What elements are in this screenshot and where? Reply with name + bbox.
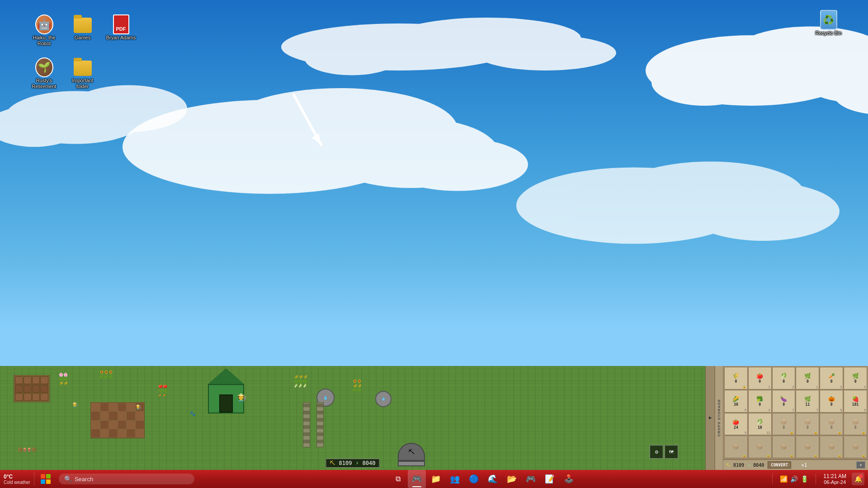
storage-coin-display: ⛏ 8109: [726, 463, 744, 468]
crop-cell-14[interactable]: 🥬 10 12: [748, 413, 772, 436]
tray-icon-volume[interactable]: 🔊: [790, 475, 798, 483]
crops-storage-label: CROPS STORAGE: [715, 366, 723, 470]
tray-icon-network[interactable]: 📶: [780, 475, 788, 483]
crop-cell-16[interactable]: 📦 0 🔒: [796, 413, 819, 436]
game-scene[interactable]: 🌸🌸🌿🌿🌾🌾 🌻🌻🌻🌿🌿🌿 🍅🍅🌿🌿🥕🥕 🧑‍🌾: [0, 366, 705, 470]
crop-cell-1[interactable]: 🌾 0 🔒: [724, 367, 748, 389]
svg-rect-23: [46, 474, 51, 479]
npc-2: 👩‍🌾: [136, 404, 141, 409]
crop-cell-22[interactable]: 📦 🔒: [796, 436, 819, 458]
taskbar-edge[interactable]: 🌊: [484, 470, 502, 488]
game-resource-bar: ⛏ 8109 ⚡ 8040: [326, 459, 379, 468]
taskbar-center-icons: ⧉ 🎮 📁 👥 🔵 🌊 📂 🎮: [389, 470, 578, 488]
games-icon-label: Games: [75, 35, 90, 41]
crop-cell-6[interactable]: 🌿 0 3: [844, 367, 867, 389]
crop-decoration-5: 🌻🌻🌾🌾🌿🌿: [353, 380, 362, 393]
taskbar-explorer[interactable]: 📁: [427, 470, 445, 488]
taskbar-search[interactable]: 🔍 Search: [59, 474, 194, 484]
player-character: 🧑‍🌾: [237, 393, 246, 402]
taskbar-steam[interactable]: 🎮: [522, 470, 540, 488]
farm-plot-1: [14, 375, 50, 402]
weather-description: Cold weather: [4, 480, 30, 485]
recycle-bin-label: Recycle Bin: [815, 30, 841, 36]
windows-logo-icon: [40, 473, 52, 485]
crop-cell-20[interactable]: 📦 🔒: [748, 436, 772, 458]
crop-cell-24[interactable]: 📦 🔒: [844, 436, 867, 458]
crop-decoration-2: 🌻🌻🌻🌿🌿🌿: [99, 371, 113, 379]
mine-entrance: ⛏: [398, 443, 425, 465]
ladder-2: [316, 402, 324, 447]
desktop: 🤖 Haiku, the Robot Games PDF Bryan Adams…: [0, 0, 868, 470]
crop-cell-13[interactable]: 🍅 24 9: [724, 413, 748, 436]
left-border-deco: 🚫🪵🪵🚫: [18, 448, 36, 452]
game-canvas: 🌸🌸🌿🌿🌾🌾 🌻🌻🌻🌿🌿🌿 🍅🍅🌿🌿🥕🥕 🧑‍🌾: [0, 366, 868, 470]
storage-coins: 8109: [733, 463, 744, 468]
storage-energy-display: ⚡ 8040: [748, 463, 764, 468]
crop-cell-12[interactable]: 🍓 101 9: [844, 390, 867, 413]
desktop-icon-games[interactable]: Games: [66, 14, 99, 54]
taskbar-task-view[interactable]: ⧉: [389, 470, 407, 488]
crop-cell-21[interactable]: 📦 🔒: [772, 436, 796, 458]
crop-cell-8[interactable]: 🥦 0 4: [748, 390, 772, 413]
desktop-icon-bryan-adams[interactable]: PDF Bryan Adams: [104, 14, 138, 54]
clock-time: 11:21 AM: [823, 473, 846, 479]
crop-cell-18[interactable]: 📦 0 🔒: [844, 413, 867, 436]
notification-area[interactable]: 🔔: [852, 473, 864, 485]
system-tray: 📶 🔊 🔋: [776, 475, 812, 483]
rustys-icon-label: Rusty's Retirement: [29, 78, 59, 89]
ladder: [303, 402, 310, 447]
water-feature-2: 💧: [375, 391, 392, 407]
crops-grid: 🌾 0 🔒 🍅 0 1 🥬 0 2 🌿: [723, 366, 868, 459]
bryan-adams-icon-label: Bryan Adams: [106, 35, 136, 41]
crop-cell-4[interactable]: 🌿 0 1: [796, 367, 819, 389]
crop-decoration-1: 🌸🌸🌿🌿🌾🌾: [59, 373, 68, 386]
crop-cell-19[interactable]: 📦 🔒: [724, 436, 748, 458]
storage-energy: 8040: [753, 463, 764, 468]
game-area: 🌸🌸🌿🌿🌾🌾 🌻🌻🌻🌿🌿🌿 🍅🍅🌿🌿🥕🥕 🧑‍🌾: [0, 366, 868, 470]
crop-cell-23[interactable]: 📦 🔒: [820, 436, 843, 458]
taskbar-files[interactable]: 📂: [503, 470, 521, 488]
desktop-icon-haiku[interactable]: 🤖 Haiku, the Robot: [27, 14, 61, 54]
desktop-icon-recycle-bin[interactable]: ♻️ Recycle Bin: [811, 9, 845, 38]
important-folder-icon-label: Important folder: [67, 78, 98, 89]
crop-cell-15[interactable]: 📦 0 🔒: [772, 413, 796, 436]
desktop-icon-important-folder[interactable]: Important folder: [66, 56, 99, 97]
crop-cell-5[interactable]: 🥕 0 3: [820, 367, 843, 389]
crop-cell-10[interactable]: 🌿 11 7: [796, 390, 819, 413]
taskbar-chrome[interactable]: 🔵: [465, 470, 483, 488]
crop-cell-3[interactable]: 🥬 0 2: [772, 367, 796, 389]
crop-cell-7[interactable]: 🌽 30 5: [724, 390, 748, 413]
clock-widget[interactable]: 11:21 AM 06-Apr-24: [820, 473, 850, 485]
active-indicator: [412, 486, 421, 487]
convert-button[interactable]: CONVERT: [768, 461, 791, 469]
close-panel-btn[interactable]: ×: [856, 461, 865, 469]
storage-toggle-btn[interactable]: ▶: [705, 366, 714, 470]
mini-controls: ⚙ 🗺: [650, 445, 678, 459]
search-label: Search: [75, 476, 93, 483]
haiku-icon-label: Haiku, the Robot: [29, 35, 59, 47]
crop-decoration-4: 🌾🌾🌾🌿🌿🌿🥬🥬🥬: [294, 375, 307, 388]
crops-storage-panel: CROPS STORAGE 🌾 0 🔒 🍅 0 1 🥬: [714, 366, 868, 470]
svg-rect-24: [41, 479, 45, 484]
taskbar-game-app[interactable]: 🎮: [408, 470, 426, 488]
npc-3: 🐾: [190, 411, 195, 416]
weather-widget: 0°C Cold weather: [0, 473, 34, 486]
crop-cell-2[interactable]: 🍅 0 1: [748, 367, 772, 389]
notification-badge: [859, 474, 863, 478]
storage-bottom-bar: ⛏ 8109 ⚡ 8040 CONVERT ⚡ ×1 ×: [715, 459, 868, 470]
crop-cell-17[interactable]: 📦 0 🔒: [820, 413, 843, 436]
crops-storage-text: CROPS STORAGE: [717, 399, 721, 436]
desktop-icons-container: 🤖 Haiku, the Robot Games PDF Bryan Adams…: [27, 14, 140, 97]
desktop-icon-rustys-retirement[interactable]: 🌱 Rusty's Retirement: [27, 56, 61, 97]
crop-cell-9[interactable]: 🍆 0 7: [772, 390, 796, 413]
taskbar-right: 📶 🔊 🔋 11:21 AM 06-Apr-24 🔔: [770, 473, 868, 485]
taskbar-teams[interactable]: 👥: [446, 470, 464, 488]
search-icon: 🔍: [64, 475, 72, 483]
taskbar-notes[interactable]: 📝: [541, 470, 559, 488]
start-button[interactable]: [34, 470, 57, 488]
clock-divider: [816, 474, 816, 484]
crop-cell-11[interactable]: 🎃 0 9: [820, 390, 843, 413]
taskbar-gaming2[interactable]: 🕹️: [560, 470, 578, 488]
tray-icon-battery[interactable]: 🔋: [801, 475, 808, 483]
npc-1: 👨‍🌾: [72, 402, 78, 407]
